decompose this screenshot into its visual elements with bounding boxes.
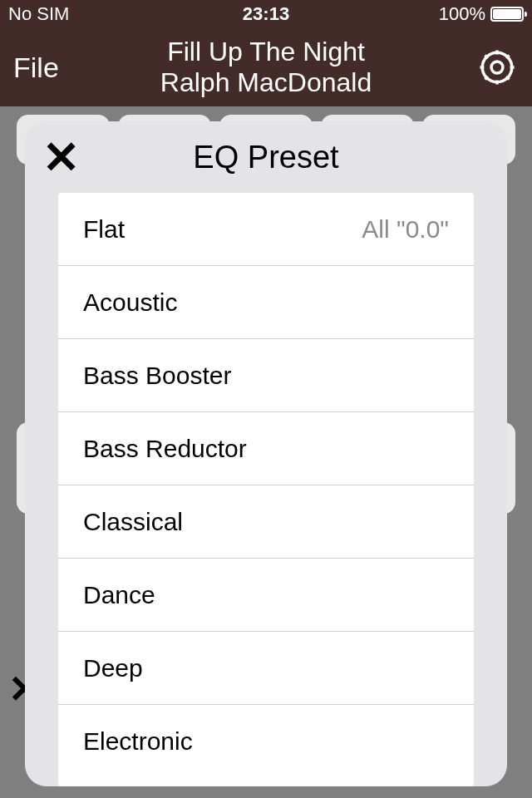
now-playing-titles: Fill Up The Night Ralph MacDonald: [0, 37, 532, 98]
preset-list[interactable]: Flat All "0.0" Acoustic Bass Booster Bas…: [58, 193, 474, 778]
preset-label: Acoustic: [83, 288, 177, 317]
list-item[interactable]: Electronic: [58, 705, 474, 778]
preset-label: Flat: [83, 215, 125, 244]
battery-percent: 100%: [439, 3, 485, 25]
preset-detail: All "0.0": [362, 215, 449, 244]
list-item[interactable]: Classical: [58, 485, 474, 559]
modal-header: ✕ EQ Preset: [25, 121, 507, 193]
preset-label: Bass Booster: [83, 362, 231, 390]
close-icon: ✕: [42, 135, 80, 180]
battery-icon: [490, 7, 524, 22]
status-bar: No SIM 23:13 100%: [0, 0, 532, 28]
track-title: Fill Up The Night: [0, 37, 532, 67]
carrier-label: No SIM: [8, 3, 69, 25]
list-item[interactable]: Flat All "0.0": [58, 193, 474, 266]
svg-point-1: [482, 52, 512, 82]
gear-icon: [475, 46, 519, 89]
list-item[interactable]: Deep: [58, 632, 474, 705]
list-item[interactable]: Acoustic: [58, 266, 474, 339]
preset-label: Dance: [83, 581, 155, 609]
preset-label: Deep: [83, 654, 143, 682]
preset-label: Bass Reductor: [83, 435, 247, 463]
artist-name: Ralph MacDonald: [0, 67, 532, 98]
svg-point-0: [491, 62, 503, 73]
list-item[interactable]: Dance: [58, 559, 474, 632]
eq-preset-modal: ✕ EQ Preset Flat All "0.0" Acoustic Bass…: [25, 121, 507, 786]
app-header: File Fill Up The Night Ralph MacDonald: [0, 28, 532, 106]
modal-title: EQ Preset: [193, 140, 338, 175]
preset-label: Electronic: [83, 727, 193, 756]
settings-button[interactable]: [475, 46, 519, 89]
preset-label: Classical: [83, 508, 183, 536]
list-item[interactable]: Bass Reductor: [58, 412, 474, 485]
list-item[interactable]: Bass Booster: [58, 339, 474, 412]
preset-list-container: Flat All "0.0" Acoustic Bass Booster Bas…: [58, 193, 474, 786]
close-button[interactable]: ✕: [40, 136, 81, 178]
